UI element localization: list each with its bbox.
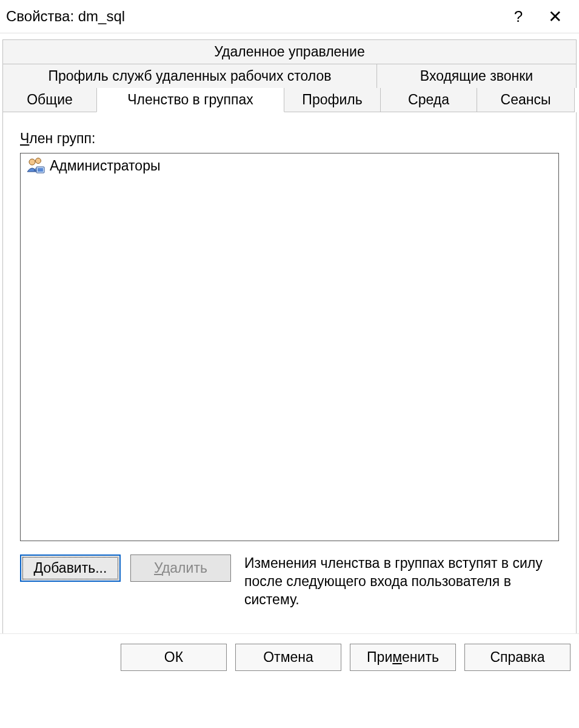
list-item[interactable]: Администраторы [21, 153, 558, 178]
svg-rect-3 [38, 168, 43, 172]
tab-general[interactable]: Общие [2, 88, 97, 112]
tab-profile[interactable]: Профиль [284, 88, 381, 112]
close-icon[interactable]: ✕ [537, 7, 573, 27]
help-icon[interactable]: ? [500, 7, 537, 26]
dialog-footer: ОК Отмена Применить Справка [0, 633, 579, 682]
svg-point-0 [29, 159, 35, 165]
list-actions-row: Добавить... Удалить Изменения членства в… [20, 554, 559, 609]
tab-row-3: Общие Членство в группах Профиль Среда С… [2, 88, 577, 112]
titlebar: Свойства: dm_sql ? ✕ [0, 0, 579, 33]
remove-button: Удалить [130, 554, 231, 582]
add-button[interactable]: Добавить... [20, 554, 121, 582]
tab-content-membership: Член групп: Администраторы Добавить... [2, 112, 577, 673]
ok-button[interactable]: ОК [121, 644, 227, 671]
window-title: Свойства: dm_sql [6, 8, 500, 25]
apply-button[interactable]: Применить [350, 644, 456, 671]
tab-container: Удаленное управление Профиль служб удале… [0, 33, 579, 112]
tab-sessions[interactable]: Сеансы [477, 88, 575, 112]
list-item-label: Администраторы [50, 158, 160, 174]
cancel-button[interactable]: Отмена [235, 644, 341, 671]
groups-listbox[interactable]: Администраторы [20, 153, 559, 541]
tab-row-1: Удаленное управление [2, 39, 577, 64]
tab-membership[interactable]: Членство в группах [96, 88, 284, 112]
tab-incoming-calls[interactable]: Входящие звонки [377, 64, 577, 88]
tab-environment[interactable]: Среда [380, 88, 477, 112]
membership-hint: Изменения членства в группах вступят в с… [241, 554, 559, 609]
svg-point-1 [36, 158, 41, 164]
dialog-body: Удаленное управление Профиль служб удале… [0, 33, 579, 682]
tab-row-2: Профиль служб удаленных рабочих столов В… [2, 64, 577, 88]
group-icon [25, 156, 45, 175]
tab-rds-profile[interactable]: Профиль служб удаленных рабочих столов [2, 64, 377, 88]
help-button[interactable]: Справка [464, 644, 571, 671]
tab-remote-management[interactable]: Удаленное управление [2, 39, 577, 64]
member-of-label: Член групп: [20, 130, 559, 147]
